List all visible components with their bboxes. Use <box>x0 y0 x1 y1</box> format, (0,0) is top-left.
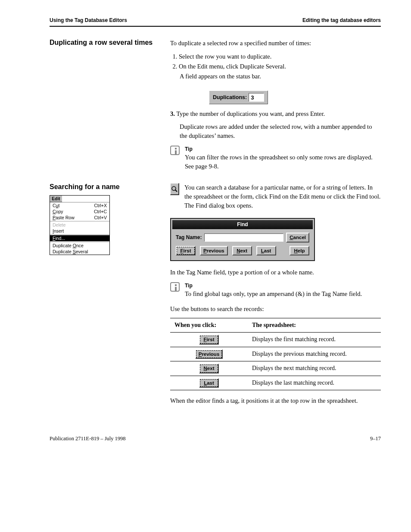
last-button-sample: Last <box>199 378 219 388</box>
duplications-input[interactable]: 3 <box>249 93 264 102</box>
sec1-intro: To duplicate a selected row a specified … <box>170 39 381 48</box>
subhead-duplicating: Duplicating a row several times <box>50 39 170 47</box>
svg-line-1 <box>175 190 177 192</box>
tip2-body: To find global tags only, type an ampers… <box>185 289 362 299</box>
header-right: Editing the tag database editors <box>302 17 381 23</box>
footer-right: 9–17 <box>370 436 381 442</box>
tag-name-label: Tag Name: <box>176 234 202 241</box>
table-cell-desc: Displays the first matching record. <box>248 333 381 347</box>
subhead-searching: Searching for a name <box>50 183 163 191</box>
sec1-outcome: Duplicate rows are added under the selec… <box>180 122 381 140</box>
find-dialog: Find Tag Name: Cancel First Previous Nex… <box>170 218 315 261</box>
previous-button[interactable]: Previous <box>200 246 228 256</box>
sec1-step3-lead: 3. <box>170 110 175 117</box>
next-button[interactable]: Next <box>232 246 252 256</box>
table-cell-desc: Displays the next matching record. <box>248 361 381 376</box>
last-button[interactable]: Last <box>256 246 276 256</box>
sec1-steps: Select the row you want to duplicate. On… <box>170 52 381 71</box>
tag-name-input[interactable] <box>204 233 283 242</box>
header-left: Using the Tag Database Editors <box>50 17 127 23</box>
menu-duplicate-several: Duplicate Several <box>50 249 109 255</box>
table-row: Next Displays the next matching record. <box>170 361 381 376</box>
sec1-step3: 3. Type the number of duplications you w… <box>170 109 381 118</box>
footer-left: Publication 2711E-819 – July 1998 <box>50 436 126 442</box>
help-button[interactable]: Help <box>290 246 309 256</box>
edit-menu-title: Edit <box>50 196 62 202</box>
previous-button-sample: Previous <box>195 349 223 359</box>
header-rule <box>50 26 381 27</box>
cancel-button[interactable]: Cancel <box>286 233 309 243</box>
menu-cut: CutCtrl+X <box>50 202 109 208</box>
duplications-label: Duplications: <box>213 93 247 101</box>
first-button-sample: First <box>199 335 219 345</box>
table-head-2: The spreadsheet: <box>248 318 381 333</box>
sec2-closing: When the editor finds a tag, it position… <box>170 396 381 405</box>
menu-find: Find... <box>50 235 109 241</box>
sec2-after2: Use the buttons to search the records: <box>170 305 381 314</box>
find-tool-icon <box>170 183 179 195</box>
menu-insert: Insert <box>50 228 109 234</box>
menu-copy: CopyCtrl+C <box>50 208 109 215</box>
table-cell-desc: Displays the last matching record. <box>248 376 381 390</box>
sec1-step3-body: Type the number of duplications you want… <box>176 110 325 117</box>
menu-paste-row: Paste RowCtrl+V <box>50 215 109 221</box>
table-row: First Displays the first matching record… <box>170 333 381 347</box>
tip2-icon <box>170 282 180 292</box>
table-row: Previous Displays the previous matching … <box>170 347 381 361</box>
next-button-sample: Next <box>199 364 219 373</box>
find-dialog-title: Find <box>172 220 313 229</box>
table-row: Last Displays the last matching record. <box>170 376 381 390</box>
find-buttons-table: When you click: The spreadsheet: First D… <box>170 318 381 390</box>
sec2-after1: In the Tag Name field, type a portion of… <box>170 268 381 277</box>
sec1-result: A field appears on the status bar. <box>180 72 381 81</box>
sec1-step-1: Select the row you want to duplicate. <box>179 52 381 61</box>
sec2-intro: You can search a database for a particul… <box>184 183 381 210</box>
menu-duplicate-once: Duplicate Once <box>50 243 109 249</box>
first-button[interactable]: First <box>176 246 196 256</box>
table-head-1: When you click: <box>170 318 248 333</box>
tip-body: You can filter the rows in the spreadshe… <box>185 153 381 171</box>
edit-menu-image: Edit CutCtrl+X CopyCtrl+C Paste RowCtrl+… <box>50 195 110 255</box>
tip-label: Tip <box>185 146 381 153</box>
table-cell-desc: Displays the previous matching record. <box>248 347 381 361</box>
tip-icon <box>170 146 180 155</box>
menu-delete: Delete <box>50 222 109 228</box>
duplications-widget: Duplications: 3 <box>209 90 268 104</box>
sec1-step-2: On the Edit menu, click Duplicate Severa… <box>179 62 381 71</box>
tip2-label: Tip <box>185 282 362 289</box>
